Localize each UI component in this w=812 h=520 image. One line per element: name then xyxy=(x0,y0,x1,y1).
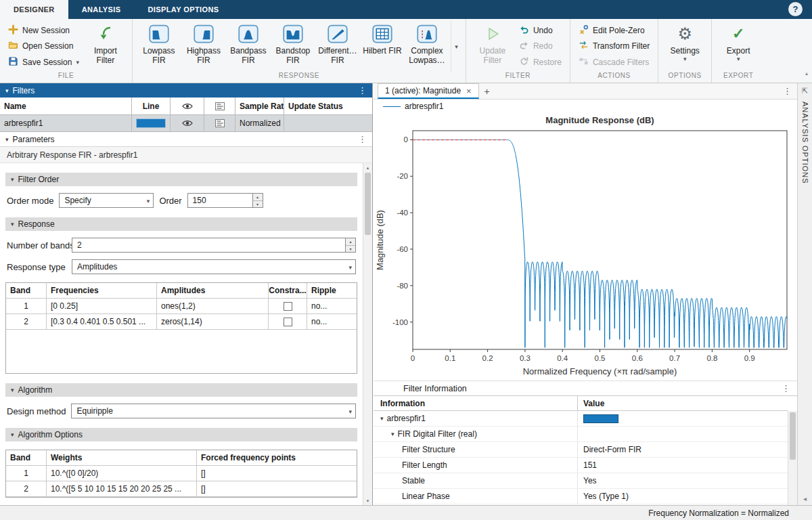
bands-stepper[interactable]: ▴ ▾ xyxy=(345,238,355,252)
parameters-collapse-icon[interactable]: ▾ xyxy=(5,136,9,143)
filters-panel-header[interactable]: ▾ Filters ⋮ xyxy=(0,83,372,98)
line-color-swatch[interactable] xyxy=(136,118,166,128)
save-session-button[interactable]: Save Session ▾ xyxy=(4,55,83,69)
band-cell[interactable]: 1 xyxy=(6,299,47,313)
help-button[interactable]: ? xyxy=(788,2,803,16)
band-cell[interactable]: zeros(1,14) xyxy=(157,314,269,329)
pin-icon[interactable]: ⇱ xyxy=(802,87,808,95)
algo-cell[interactable]: 1 xyxy=(6,466,47,481)
response-highpass-button[interactable]: HighpassFIR xyxy=(181,21,226,72)
filters-collapse-icon[interactable]: ▾ xyxy=(5,87,9,94)
edit-pole-zero-button[interactable]: Edit Pole-Zero xyxy=(574,23,654,37)
spin-down-icon[interactable]: ▾ xyxy=(346,246,355,253)
algo-cell[interactable]: 10.^([5 5 10 10 15 15 20 20 25 25 ... xyxy=(47,481,197,496)
filter-info-row[interactable]: StableYes xyxy=(374,473,788,489)
visibility-toggle[interactable] xyxy=(171,115,204,131)
import-filter-button[interactable]: Import Filter xyxy=(83,21,128,72)
ribbon-tab-analysis[interactable]: ANALYSIS xyxy=(68,0,135,19)
save-disk-icon xyxy=(8,56,18,68)
constrained-checkbox[interactable] xyxy=(284,302,292,311)
response-bandpass-button[interactable]: BandpassFIR xyxy=(226,21,271,72)
band-cell[interactable]: ones(1,2) xyxy=(157,299,269,313)
order-stepper[interactable]: ▴ ▾ xyxy=(252,194,263,207)
filter-info-row[interactable]: Filter StructureDirect-Form FIR xyxy=(374,442,788,458)
parameters-scrollbar[interactable]: ▲ ▼ xyxy=(363,163,372,505)
response-bandstop-button[interactable]: BandstopFIR xyxy=(271,21,315,72)
new-display-tab-button[interactable]: + xyxy=(479,83,495,99)
band-cell[interactable]: 2 xyxy=(6,314,47,329)
algo-option-row[interactable]: 210.^([5 5 10 10 15 15 20 20 25 25 ...[] xyxy=(6,481,357,497)
spin-down-icon[interactable]: ▾ xyxy=(253,201,263,208)
scroll-down-icon[interactable]: ▼ xyxy=(363,496,372,505)
filter-info-row[interactable]: Filter Length151 xyxy=(374,458,788,473)
algo-cell[interactable]: [] xyxy=(197,466,357,481)
response-gallery-dropdown[interactable]: ▾ xyxy=(451,21,461,72)
lowpass-icon xyxy=(149,23,169,45)
band-cell[interactable]: [0 0.25] xyxy=(47,299,157,313)
spin-up-icon[interactable]: ▴ xyxy=(253,194,263,201)
close-tab-icon[interactable]: × xyxy=(466,86,472,96)
band-cell[interactable]: no... xyxy=(307,314,357,329)
band-row[interactable]: 2[0.3 0.4 0.401 0.5 0.501 ...zeros(1,14)… xyxy=(6,314,357,330)
algo-option-row[interactable]: 110.^([0 0]/20)[] xyxy=(6,466,357,481)
magnitude-tab[interactable]: 1 (active): Magnitude × xyxy=(378,83,479,99)
line-color-cell[interactable] xyxy=(132,115,171,131)
order-mode-combo[interactable]: Specify ▾ xyxy=(59,193,154,208)
ribbon-collapse-icon[interactable]: ▴ xyxy=(805,70,808,77)
algo-cell[interactable]: 2 xyxy=(6,481,47,496)
design-method-combo[interactable]: Equiripple ▾ xyxy=(71,404,356,418)
cascade-filters-button[interactable]: Cascade Filters xyxy=(574,55,654,69)
scrollbar-thumb[interactable] xyxy=(365,173,371,235)
response-lowpass-button[interactable]: LowpassFIR xyxy=(137,21,181,72)
response-section-header[interactable]: ▾ Response xyxy=(5,217,357,231)
band-cell[interactable]: [0.3 0.4 0.401 0.5 0.501 ... xyxy=(47,314,157,329)
band-row[interactable]: 1[0 0.25]ones(1,2)no... xyxy=(6,299,357,314)
filter-info-scrollbar[interactable] xyxy=(788,411,797,505)
constrained-checkbox[interactable] xyxy=(284,318,292,326)
display-menu-dots-icon[interactable]: ⋮ xyxy=(783,86,797,96)
response-complex-lowpass-button[interactable]: ComplexLowpas… xyxy=(405,21,449,72)
expand-collapse-icon[interactable]: ▾ xyxy=(391,431,394,437)
algorithm-options-section-header[interactable]: ▾ Algorithm Options xyxy=(5,428,357,441)
algorithm-section-header[interactable]: ▾ Algorithm xyxy=(5,383,357,397)
algo-cell[interactable]: 10.^([0 0]/20) xyxy=(47,466,197,481)
expand-collapse-icon[interactable]: ▾ xyxy=(380,415,384,422)
ribbon-tab-display-options[interactable]: DISPLAY OPTIONS xyxy=(134,0,232,19)
parameters-menu-dots-icon[interactable]: ⋮ xyxy=(358,134,367,144)
dock-icon[interactable]: ◂ xyxy=(803,495,807,502)
open-session-button[interactable]: Open Session xyxy=(4,39,83,53)
filter-info-row[interactable]: ▾arbrespfir1 xyxy=(374,411,788,427)
transform-filter-button[interactable]: Transform Filter xyxy=(574,39,654,53)
response-type-combo[interactable]: Amplitudes ▾ xyxy=(72,259,356,274)
algo-cell[interactable]: [] xyxy=(197,481,357,496)
svg-text:0.3: 0.3 xyxy=(520,354,531,362)
filter-row-arbrespfir1[interactable]: arbrespfir1 Normalized xyxy=(0,115,372,132)
order-spinner[interactable]: 150 ▴ ▾ xyxy=(187,193,263,208)
filters-menu-dots-icon[interactable]: ⋮ xyxy=(358,85,367,95)
restore-button[interactable]: Restore xyxy=(515,55,566,69)
redo-button[interactable]: Redo xyxy=(515,39,566,53)
number-of-bands-spinner[interactable]: 2 ▴ ▾ xyxy=(72,238,356,253)
filter-order-section-header[interactable]: ▾ Filter Order xyxy=(5,173,357,186)
new-session-button[interactable]: New Session xyxy=(4,23,83,37)
filter-info-row[interactable]: ▾FIR Digital Filter (real) xyxy=(374,427,788,442)
filter-color-swatch[interactable] xyxy=(583,414,618,423)
update-filter-button[interactable]: Update Filter xyxy=(470,21,515,72)
ribbon-tab-designer[interactable]: DESIGNER xyxy=(0,0,68,19)
filter-info-row[interactable]: Linear PhaseYes (Type 1) xyxy=(374,489,788,504)
band-cell[interactable]: no... xyxy=(307,299,357,313)
analysis-options-strip[interactable]: ⇱ ANALYSIS OPTIONS ◂ xyxy=(797,83,812,505)
legend-toggle[interactable] xyxy=(204,115,235,131)
undo-button[interactable]: Undo xyxy=(515,23,566,37)
scroll-up-icon[interactable]: ▲ xyxy=(363,163,372,172)
settings-button[interactable]: ⚙ Settings ▾ xyxy=(662,21,707,72)
scrollbar-thumb[interactable] xyxy=(790,412,796,460)
ribbon-section-actions: Edit Pole-Zero Transform Filter Cascade … xyxy=(570,19,658,83)
filter-info-menu-dots-icon[interactable]: ⋮ xyxy=(782,383,797,393)
save-session-dropdown-icon[interactable]: ▾ xyxy=(76,59,79,66)
response-differentiator-button[interactable]: Different…FIR xyxy=(315,21,360,72)
response-hilbert-button[interactable]: Hilbert FIR xyxy=(360,21,405,72)
export-button[interactable]: ✓ Export ▾ xyxy=(716,21,761,72)
spin-up-icon[interactable]: ▴ xyxy=(346,238,355,246)
parameters-panel-header[interactable]: ▾ Parameters ⋮ xyxy=(0,132,372,147)
